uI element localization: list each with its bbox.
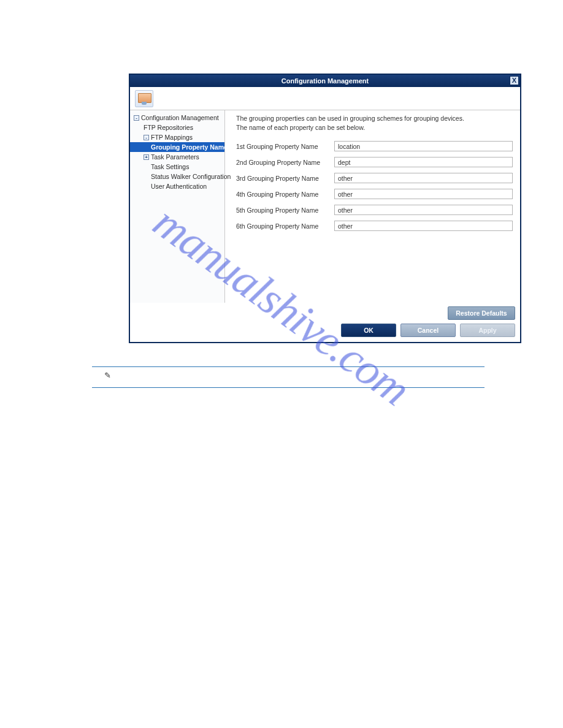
property-row-3: 3rd Grouping Property Name xyxy=(236,173,513,183)
nav-item-ftp-repositories[interactable]: FTP Repositories xyxy=(130,123,224,132)
property-row-4: 4th Grouping Property Name xyxy=(236,189,513,199)
collapse-icon[interactable]: - xyxy=(144,135,149,140)
property-label: 6th Grouping Property Name xyxy=(236,222,334,230)
grouping-property-4-input[interactable] xyxy=(334,189,513,199)
nav-label: FTP Repositories xyxy=(144,124,193,131)
cancel-button[interactable]: Cancel xyxy=(400,324,456,337)
nav-label: Configuration Management xyxy=(141,114,219,121)
dialog-titlebar: Configuration Management X xyxy=(130,75,520,87)
nav-label: Grouping Property Name xyxy=(151,143,228,151)
grouping-property-3-input[interactable] xyxy=(334,173,513,183)
toolbar-strip xyxy=(130,87,520,110)
apply-button[interactable]: Apply xyxy=(460,324,515,337)
nav-item-grouping-property-name[interactable]: Grouping Property Name xyxy=(130,142,224,152)
nav-item-task-parameters[interactable]: + Task Parameters xyxy=(130,152,224,162)
grouping-property-5-input[interactable] xyxy=(334,205,513,215)
dialog-body: - Configuration Management FTP Repositor… xyxy=(130,110,520,303)
note-icon: ✎ xyxy=(104,371,111,380)
property-row-1: 1st Grouping Property Name xyxy=(236,141,513,151)
intro-text: The grouping properties can be used in g… xyxy=(236,114,513,132)
property-label: 5th Grouping Property Name xyxy=(236,207,334,214)
nav-item-status-walker-config[interactable]: Status Walker Configuration xyxy=(130,172,224,181)
dialog-button-row: OK Cancel Apply xyxy=(341,324,515,337)
note-separator xyxy=(92,387,484,388)
nav-label: Status Walker Configuration xyxy=(151,173,231,180)
close-icon[interactable]: X xyxy=(510,76,519,85)
content-panel: The grouping properties can be used in g… xyxy=(225,110,520,303)
collapse-icon[interactable]: - xyxy=(134,115,139,121)
note-separator xyxy=(92,366,484,367)
ok-button[interactable]: OK xyxy=(341,324,396,337)
restore-defaults-button[interactable]: Restore Defaults xyxy=(448,306,515,320)
grouping-property-1-input[interactable] xyxy=(334,141,513,151)
nav-item-task-settings[interactable]: Task Settings xyxy=(130,162,224,172)
nav-item-config-management[interactable]: - Configuration Management xyxy=(130,113,224,123)
grouping-property-2-input[interactable] xyxy=(334,157,513,167)
nav-tree: - Configuration Management FTP Repositor… xyxy=(130,110,225,303)
nav-label: Task Parameters xyxy=(151,153,199,161)
dialog-title: Configuration Management xyxy=(282,77,369,85)
nav-item-ftp-mappings[interactable]: - FTP Mappings xyxy=(130,132,224,142)
property-row-2: 2nd Grouping Property Name xyxy=(236,157,513,167)
nav-label: Task Settings xyxy=(151,163,189,170)
property-label: 2nd Grouping Property Name xyxy=(236,159,334,166)
property-row-6: 6th Grouping Property Name xyxy=(236,221,513,231)
property-label: 3rd Grouping Property Name xyxy=(236,175,334,182)
config-management-dialog: Configuration Management X - Configurati… xyxy=(129,74,521,343)
intro-line-1: The grouping properties can be used in g… xyxy=(236,114,513,123)
nav-label: FTP Mappings xyxy=(151,134,193,141)
app-icon xyxy=(135,90,153,107)
dialog-buttons: Restore Defaults OK Cancel Apply xyxy=(130,303,520,342)
property-label: 4th Grouping Property Name xyxy=(236,191,334,198)
intro-line-2: The name of each property can be set bel… xyxy=(236,123,513,132)
grouping-property-6-input[interactable] xyxy=(334,221,513,231)
expand-icon[interactable]: + xyxy=(144,154,149,160)
property-row-5: 5th Grouping Property Name xyxy=(236,205,513,215)
nav-label: User Authentication xyxy=(151,183,207,190)
nav-item-user-authentication[interactable]: User Authentication xyxy=(130,181,224,191)
property-label: 1st Grouping Property Name xyxy=(236,143,334,150)
